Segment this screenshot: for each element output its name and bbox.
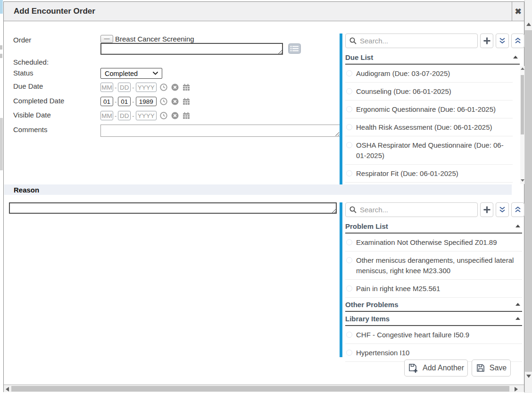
collapse-section-icon[interactable] (515, 317, 520, 320)
collapse-section-icon[interactable] (513, 56, 518, 59)
clock-icon (159, 111, 168, 120)
reason-section-header: Reason (4, 184, 512, 195)
due-list-item-label: Ergonomic Questionnaire (Due: 06-01-2025… (356, 104, 496, 115)
scroll-left-icon[interactable] (6, 387, 9, 392)
collapse-section-icon[interactable] (515, 303, 520, 306)
other-problems-header[interactable]: Other Problems (345, 298, 522, 312)
reason-input[interactable] (9, 202, 337, 214)
problem-list-item-label: Pain in right knee M25.561 (356, 284, 440, 294)
save-button[interactable]: Save (472, 360, 511, 376)
radio-icon (346, 124, 352, 130)
due-collapse-all-button[interactable] (511, 33, 524, 48)
radio-icon (346, 257, 352, 263)
completed-date-clear-button[interactable] (171, 97, 179, 106)
vertical-scrollbar[interactable] (524, 0, 532, 393)
library-items-list: CHF - Congestive heart failure I50.9 Hyp… (345, 326, 522, 362)
library-item-label: CHF - Congestive heart failure I50.9 (356, 330, 469, 340)
problem-list-header-label: Problem List (345, 222, 388, 230)
save-plus-icon (408, 363, 418, 373)
visible-date-time-button[interactable] (159, 111, 168, 120)
completed-date-label: Completed Date (13, 97, 64, 105)
visible-date-day-input[interactable] (118, 111, 131, 120)
scroll-up-icon[interactable] (521, 67, 524, 70)
problem-search-input[interactable] (345, 202, 478, 217)
order-list-button[interactable] (288, 43, 301, 54)
order-input[interactable] (100, 43, 283, 55)
due-date-year-input[interactable] (136, 83, 157, 92)
due-list-item[interactable]: Respirator Fit (Due: 06-01-2025) (345, 165, 513, 183)
completed-date-calendar-button[interactable] (182, 97, 191, 106)
problem-panel-sections: Problem List Examination Not Otherwise S… (345, 219, 522, 362)
due-list-item[interactable]: Counseling (Due: 06-01-2025) (345, 83, 513, 100)
search-icon (349, 206, 357, 214)
completed-date-day-input[interactable] (118, 97, 131, 106)
visible-date-clear-button[interactable] (171, 111, 179, 120)
problem-search-row (345, 202, 524, 217)
double-chevron-down-icon (499, 37, 506, 44)
close-button[interactable]: ✖ (512, 2, 524, 21)
comments-input[interactable] (100, 125, 340, 137)
vertical-scrollbar-thumb[interactable] (525, 30, 532, 372)
radio-icon (346, 70, 352, 76)
completed-date-month-input[interactable] (100, 97, 113, 106)
library-items-header[interactable]: Library Items (345, 312, 522, 326)
due-list-item[interactable]: Ergonomic Questionnaire (Due: 06-01-2025… (345, 100, 513, 118)
due-list: Audiogram (Due: 03-07-2025) Counseling (… (345, 65, 520, 186)
due-date-calendar-button[interactable] (182, 83, 191, 92)
other-problems-header-label: Other Problems (345, 301, 399, 309)
scroll-right-icon[interactable] (515, 387, 518, 392)
radio-icon (346, 170, 352, 176)
visible-date-calendar-button[interactable] (182, 111, 191, 120)
save-icon (476, 363, 485, 373)
completed-date-time-button[interactable] (159, 97, 168, 106)
problem-add-button[interactable] (480, 202, 493, 217)
due-list-item-label: Respirator Fit (Due: 06-01-2025) (356, 168, 458, 179)
problem-expand-all-button[interactable] (496, 202, 509, 217)
remove-order-button[interactable]: — (100, 35, 113, 43)
due-list-item[interactable]: OSHA Respirator Med Questionnaire (Due: … (345, 136, 513, 165)
status-select-value: Completed (105, 70, 138, 77)
problem-list-item[interactable]: Examination Not Otherwise Specified Z01.… (345, 234, 522, 251)
x-circle-icon (171, 97, 179, 106)
horizontal-scrollbar-thumb[interactable] (11, 386, 509, 392)
horizontal-scrollbar[interactable] (4, 385, 524, 392)
problem-list-item[interactable]: Other meniscus derangements, unspecified… (345, 251, 522, 280)
due-add-button[interactable] (480, 33, 493, 48)
due-list-scrollbar[interactable] (520, 66, 524, 184)
scroll-up-icon[interactable] (526, 23, 531, 26)
scroll-down-icon[interactable] (526, 375, 531, 378)
due-search-input[interactable] (345, 33, 478, 48)
due-list-header[interactable]: Due List (345, 50, 520, 65)
problem-collapse-all-button[interactable] (511, 202, 524, 217)
collapse-section-icon[interactable] (515, 225, 520, 227)
dialog-title: Add Encounter Order (14, 7, 95, 16)
add-another-button[interactable]: Add Another (404, 360, 468, 376)
due-list-header-label: Due List (345, 53, 373, 61)
status-select[interactable]: Completed (100, 68, 162, 79)
visible-date-month-input[interactable] (100, 111, 113, 120)
due-list-scrollbar-thumb[interactable] (521, 75, 524, 134)
due-list-item[interactable]: Health Risk Assessment (Due: 06-01-2025) (345, 118, 513, 136)
due-date-month-input[interactable] (100, 83, 113, 92)
due-date-time-button[interactable] (159, 83, 168, 92)
due-expand-all-button[interactable] (496, 33, 509, 48)
visible-date-label: Visible Date (13, 111, 51, 119)
background-app-fragment (0, 45, 2, 50)
due-date-clear-button[interactable] (171, 83, 179, 92)
problem-list-header[interactable]: Problem List (345, 219, 522, 234)
dialog-title-bar: Add Encounter Order ✖ (4, 2, 524, 21)
library-item[interactable]: CHF - Congestive heart failure I50.9 (345, 326, 522, 344)
background-app-fragment (0, 54, 2, 58)
add-encounter-order-dialog: Add Encounter Order ✖ Order Scheduled: S… (3, 1, 524, 392)
completed-date-year-input[interactable] (136, 97, 157, 106)
scroll-down-icon[interactable] (521, 179, 524, 182)
reason-header-label: Reason (14, 186, 39, 194)
problem-list-item[interactable]: Pain in right knee M25.561 (345, 280, 522, 298)
date-separator: - (132, 98, 134, 105)
due-list-item[interactable]: Audiogram (Due: 03-07-2025) (345, 65, 513, 83)
due-date-day-input[interactable] (118, 83, 131, 92)
radio-icon (346, 350, 352, 356)
visible-date-year-input[interactable] (136, 111, 157, 120)
save-label: Save (490, 364, 507, 372)
clock-icon (159, 83, 168, 92)
